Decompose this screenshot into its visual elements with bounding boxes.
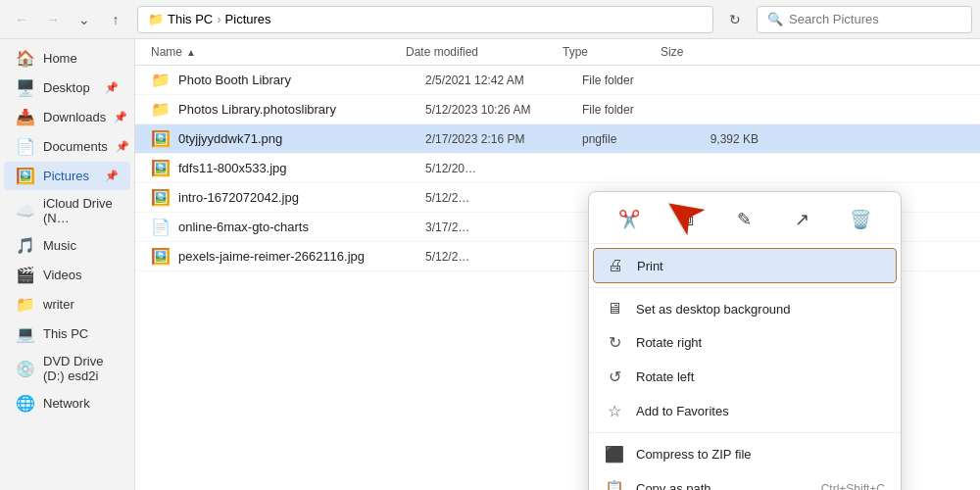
sidebar-item-dvd[interactable]: 💿 DVD Drive (D:) esd2i [4, 349, 130, 388]
ctx-label-favorites: Add to Favorites [636, 404, 885, 418]
file-row[interactable]: 📁 Photos Library.photoslibrary 5/12/2023… [135, 95, 980, 124]
sidebar-label-videos: Videos [43, 268, 119, 282]
sidebar-icon-network: 🌐 [16, 394, 35, 413]
sidebar-item-desktop[interactable]: 🖥️ Desktop 📌 [4, 74, 130, 102]
ctx-tool-cut[interactable]: ✂️ [612, 202, 647, 237]
sidebar-label-pictures: Pictures [43, 169, 97, 183]
ctx-tool-share[interactable]: ↗ [785, 202, 820, 237]
ctx-icon-compress: ⬛ [605, 445, 624, 464]
sidebar-icon-desktop: 🖥️ [16, 78, 35, 97]
forward-button[interactable]: → [39, 6, 67, 33]
sidebar-icon-videos: 🎬 [16, 266, 35, 284]
file-area: Name ▲ Date modified Type Size 📁 Photo B… [135, 39, 980, 490]
sidebar-item-downloads[interactable]: 📥 Downloads 📌 [4, 103, 130, 131]
ctx-label-print: Print [637, 259, 884, 273]
search-input[interactable] [789, 12, 961, 26]
sidebar-item-videos[interactable]: 🎬 Videos [4, 261, 130, 289]
col-size[interactable]: Size [661, 45, 739, 59]
col-date[interactable]: Date modified [406, 45, 563, 59]
search-bar[interactable]: 🔍 [757, 6, 972, 33]
recent-button[interactable]: ⌄ [71, 6, 98, 33]
file-icon: 📄 [151, 218, 171, 236]
ctx-tool-delete[interactable]: 🗑️ [843, 202, 878, 237]
breadcrumb-thispc[interactable]: This PC [168, 12, 213, 26]
pin-icon: 📌 [114, 111, 127, 123]
sidebar-label-music: Music [43, 238, 119, 253]
sidebar-icon-home: 🏠 [16, 49, 35, 68]
breadcrumb-icon: 📁 [148, 12, 164, 26]
file-list-header: Name ▲ Date modified Type Size [135, 39, 980, 66]
ctx-label-rotate-right: Rotate right [636, 335, 885, 350]
file-date: 3/17/2… [425, 220, 582, 234]
ctx-item-compress[interactable]: ⬛ Compress to ZIP file [589, 437, 901, 471]
sidebar-item-icloud[interactable]: ☁️ iCloud Drive (N… [4, 191, 130, 230]
ctx-tool-rename[interactable]: ✎ [727, 202, 762, 237]
ctx-icon-copy-path: 📋 [605, 479, 624, 490]
ctx-icon-desktop-bg: 🖥 [605, 300, 624, 318]
file-date: 5/12/20… [425, 162, 582, 175]
breadcrumb-pictures[interactable]: Pictures [225, 12, 271, 26]
file-name: 0tyjjyyddwk71.png [178, 131, 425, 146]
ctx-item-print[interactable]: 🖨 Print [593, 248, 897, 283]
file-name: pexels-jaime-reimer-2662116.jpg [178, 249, 425, 264]
file-name: online-6max-gto-charts [178, 220, 425, 234]
ctx-item-desktop-bg[interactable]: 🖥 Set as desktop background [589, 292, 901, 325]
ctx-label-copy-path: Copy as path [636, 481, 809, 490]
file-row[interactable]: 🖼️ 0tyjjyyddwk71.png 2/17/2023 2:16 PM p… [135, 124, 980, 154]
sidebar-label-icloud: iCloud Drive (N… [43, 196, 119, 225]
sidebar-item-network[interactable]: 🌐 Network [4, 389, 130, 417]
sidebar: 🏠 Home 🖥️ Desktop 📌 📥 Downloads 📌 📄 Docu… [0, 39, 135, 490]
sidebar-label-documents: Documents [43, 139, 108, 154]
sidebar-icon-dvd: 💿 [16, 360, 35, 378]
sidebar-label-thispc: This PC [43, 326, 119, 341]
sidebar-icon-pictures: 🖼️ [16, 167, 35, 185]
file-row[interactable]: 📁 Photo Booth Library 2/5/2021 12:42 AM … [135, 66, 980, 95]
context-toolbar: ✂️⧉✎↗🗑️ [589, 196, 901, 244]
file-date: 5/12/2… [425, 191, 582, 205]
file-name: Photo Booth Library [178, 73, 425, 87]
file-row[interactable]: 🖼️ fdfs11-800x533.jpg 5/12/20… [135, 154, 980, 183]
file-icon: 🖼️ [151, 129, 171, 148]
sidebar-icon-writer: 📁 [16, 295, 35, 314]
refresh-button[interactable]: ↻ [721, 6, 749, 33]
sidebar-item-music[interactable]: 🎵 Music [4, 231, 130, 260]
ctx-item-rotate-right[interactable]: ↻ Rotate right [589, 325, 901, 360]
ctx-item-rotate-left[interactable]: ↺ Rotate left [589, 360, 901, 394]
nav-buttons: ← → ⌄ ↑ [8, 6, 129, 33]
file-name: intro-1672072042.jpg [178, 190, 425, 205]
main-layout: 🏠 Home 🖥️ Desktop 📌 📥 Downloads 📌 📄 Docu… [0, 39, 980, 490]
file-type: File folder [582, 74, 680, 87]
breadcrumb[interactable]: 📁 This PC › Pictures [137, 6, 713, 33]
sidebar-label-network: Network [43, 396, 119, 411]
sidebar-item-pictures[interactable]: 🖼️ Pictures 📌 [4, 162, 130, 190]
sidebar-label-dvd: DVD Drive (D:) esd2i [43, 354, 119, 383]
sidebar-item-documents[interactable]: 📄 Documents 📌 [4, 132, 130, 161]
ctx-divider [589, 432, 901, 433]
ctx-item-favorites[interactable]: ☆ Add to Favorites [589, 394, 901, 428]
col-name[interactable]: Name ▲ [151, 45, 406, 59]
back-button[interactable]: ← [8, 6, 35, 33]
sidebar-item-thispc[interactable]: 💻 This PC [4, 319, 130, 348]
sidebar-item-home[interactable]: 🏠 Home [4, 44, 130, 73]
ctx-tool-copy[interactable]: ⧉ [669, 202, 705, 237]
file-icon: 🖼️ [151, 247, 171, 266]
breadcrumb-sep1: › [217, 12, 220, 26]
file-icon: 🖼️ [151, 188, 171, 207]
up-button[interactable]: ↑ [102, 6, 129, 33]
title-bar: ← → ⌄ ↑ 📁 This PC › Pictures ↻ 🔍 [0, 0, 980, 39]
ctx-label-compress: Compress to ZIP file [636, 447, 885, 462]
file-date: 2/17/2023 2:16 PM [425, 132, 582, 146]
pin-icon: 📌 [105, 81, 119, 94]
file-date: 5/12/2… [425, 250, 582, 264]
file-icon: 📁 [151, 71, 171, 89]
sidebar-icon-icloud: ☁️ [16, 202, 35, 220]
file-name: fdfs11-800x533.jpg [178, 161, 425, 175]
file-date: 5/12/2023 10:26 AM [425, 103, 582, 117]
col-type[interactable]: Type [563, 45, 661, 59]
file-type: pngfile [582, 132, 680, 146]
pin-icon: 📌 [105, 170, 119, 182]
sidebar-item-writer[interactable]: 📁 writer [4, 290, 130, 318]
ctx-item-copy-path[interactable]: 📋 Copy as path Ctrl+Shift+C [589, 471, 901, 490]
file-size: 9,392 KB [680, 132, 759, 146]
file-name: Photos Library.photoslibrary [178, 102, 425, 117]
